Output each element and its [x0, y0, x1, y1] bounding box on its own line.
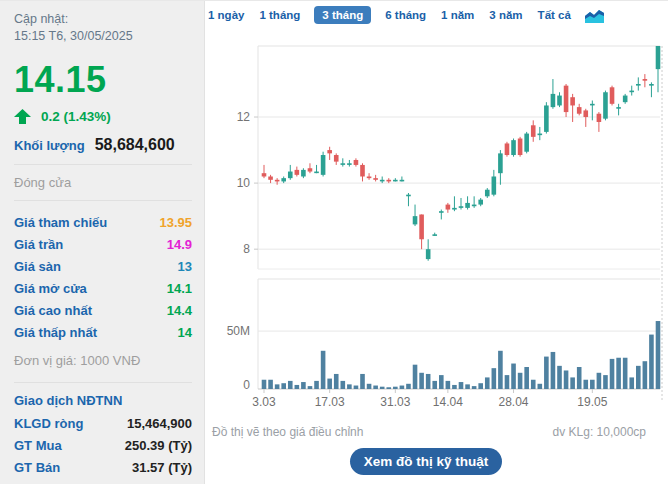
volume-label: Khối lượng — [14, 138, 85, 153]
adjusted-price-note: Đồ thị vẽ theo giá điều chỉnh — [212, 425, 363, 439]
price-row: Giá cao nhất14.4 — [14, 299, 192, 321]
foreign-trade-list: KLGD ròng15,464,900GT Mua250.39 (Tỷ)GT B… — [14, 412, 192, 484]
price-row-label: Giá cao nhất — [14, 303, 92, 318]
price-row: Giá trần14.9 — [14, 233, 192, 255]
svg-text:14.04: 14.04 — [433, 395, 463, 409]
price-row-value: 14.4 — [167, 303, 192, 318]
price-row-label: Giá mở cửa — [14, 281, 87, 296]
price-row-value: 13.95 — [159, 215, 192, 230]
update-label: Cập nhật: — [14, 11, 192, 28]
price-row-label: Giá sàn — [14, 259, 61, 274]
price-row-value: 14.1 — [167, 281, 192, 296]
price-row: Giá thấp nhất14 — [14, 321, 192, 343]
svg-text:10: 10 — [237, 176, 251, 190]
arrow-up-icon — [14, 109, 31, 124]
volume-row: Khối lượng 58,684,600 — [14, 136, 192, 154]
last-price: 14.15 — [14, 59, 192, 101]
candlestick-volume-chart[interactable]: 1210850M03.0317.0331.0314.0428.0419.05 — [205, 1, 668, 421]
divider — [14, 200, 192, 201]
price-row-value: 13 — [178, 259, 192, 274]
foreign-row-label: KLGD ròng — [14, 416, 83, 431]
price-row: Giá tham chiếu13.95 — [14, 211, 192, 233]
left-panel: Cập nhật: 15:15 T6, 30/05/2025 14.15 0.2… — [0, 1, 205, 484]
foreign-row-label: GT Mua — [14, 438, 62, 453]
foreign-row: GT Mua250.39 (Tỷ) — [14, 434, 192, 456]
svg-text:3.03: 3.03 — [252, 395, 276, 409]
divider — [14, 164, 192, 165]
foreign-row: GT Bán31.57 (Tỷ) — [14, 456, 192, 478]
price-detail-list: Giá tham chiếu13.95Giá trần14.9Giá sàn13… — [14, 211, 192, 343]
price-change: 0.2 (1.43%) — [41, 109, 111, 124]
foreign-row: KLGD ròng15,464,900 — [14, 412, 192, 434]
foreign-row-value: 15,464,900 — [127, 416, 192, 431]
svg-text:12: 12 — [237, 110, 251, 124]
foreign-row-value: 250.39 (Tỷ) — [125, 438, 192, 453]
svg-text:17.03: 17.03 — [315, 395, 345, 409]
technical-chart-button[interactable]: Xem đồ thị kỹ thuật — [350, 448, 502, 475]
svg-text:31.03: 31.03 — [380, 395, 410, 409]
price-row-label: Giá tham chiếu — [14, 215, 107, 230]
foreign-row-value: 31.57 (Tỷ) — [132, 460, 192, 475]
price-row: Giá mở cửa14.1 — [14, 277, 192, 299]
volume-value: 58,684,600 — [95, 136, 175, 154]
foreign-row: Room còn lại42.50 (%) — [14, 478, 192, 484]
svg-text:8: 8 — [243, 242, 250, 256]
price-row-label: Giá trần — [14, 237, 63, 252]
volume-unit-note: dv KLg: 10,000cp — [553, 425, 646, 439]
session-status: Đóng cửa — [14, 175, 192, 190]
update-time: 15:15 T6, 30/05/2025 — [14, 28, 192, 45]
svg-text:28.04: 28.04 — [499, 395, 529, 409]
foreign-row-label: GT Bán — [14, 460, 60, 475]
price-row-value: 14 — [178, 325, 192, 340]
price-change-row: 0.2 (1.43%) — [14, 109, 192, 124]
stock-quote-widget: Cập nhật: 15:15 T6, 30/05/2025 14.15 0.2… — [0, 0, 668, 484]
candles — [262, 46, 661, 261]
svg-text:50M: 50M — [227, 324, 250, 338]
price-row-value: 14.9 — [167, 237, 192, 252]
foreign-trade-header: Giao dịch NĐTNN — [14, 393, 192, 408]
unit-note: Đơn vị giá: 1000 VNĐ — [14, 353, 192, 368]
svg-text:19.05: 19.05 — [577, 395, 607, 409]
divider — [14, 382, 192, 383]
svg-text:0: 0 — [243, 378, 250, 392]
price-row-label: Giá thấp nhất — [14, 325, 97, 340]
price-row: Giá sàn13 — [14, 255, 192, 277]
